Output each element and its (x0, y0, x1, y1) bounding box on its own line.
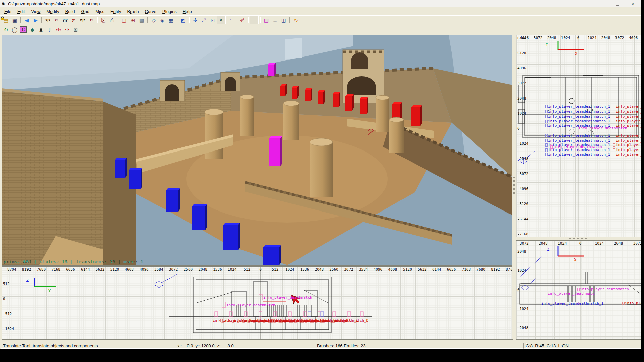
ruler-label: 2048 (315, 267, 324, 272)
ruler-label: 1024 (517, 111, 526, 115)
cube-textured-icon[interactable]: ▦ (167, 16, 175, 24)
flip-x-icon[interactable]: x|x (43, 16, 52, 24)
lock-icon[interactable] (250, 16, 259, 24)
circle-icon[interactable]: ◯ (10, 25, 19, 34)
menu-modify[interactable]: Modify (43, 8, 62, 15)
ruler-label: -1024 (555, 241, 567, 246)
status-tool-hint: Translate Tool: translate objects and co… (1, 343, 178, 349)
menu-curve[interactable]: Curve (142, 8, 159, 15)
menu-help[interactable]: Help (180, 8, 195, 15)
screen: ✹ C:/gunzmaps/data/maps/ak47_m4a1_dust.m… (0, 0, 644, 362)
trees-icon[interactable]: ♣ (28, 25, 37, 34)
ruler-label: 1024 (517, 268, 526, 273)
fill-region-icon[interactable]: ▩ (137, 16, 146, 24)
toolbar-separator (41, 17, 42, 23)
curve-icon[interactable]: C (20, 26, 27, 33)
ruler-label: 1024 (285, 267, 294, 272)
cube-wire-icon[interactable]: ◇ (149, 16, 158, 24)
vertical-splitter[interactable] (512, 35, 516, 339)
flip-y-icon[interactable]: y|y (61, 16, 69, 24)
console-list-icon[interactable]: ≣ (271, 16, 279, 24)
flame-icon[interactable]: ∿ (291, 16, 300, 24)
forward-icon[interactable]: ▶ (31, 16, 40, 24)
merge-inward-icon[interactable]: ▸|◂ (54, 25, 63, 34)
entity-marker (545, 148, 548, 152)
viewport-3d-perspective[interactable]: prims: 481 | states: 15 | transforms: 33… (2, 35, 513, 266)
window-title: C:/gunzmaps/data/maps/ak47_m4a1_dust.map (8, 1, 100, 6)
menu-misc[interactable]: Misc (92, 8, 107, 15)
viewport-2d-top[interactable]: Y X -4096-3072-2048-10240102420483072409… (516, 35, 641, 238)
translate-arrows-icon[interactable]: ✣ (191, 16, 200, 24)
menu-entity[interactable]: Entity (107, 8, 124, 15)
endpoints-icon[interactable]: ⁖ (226, 16, 234, 24)
entity-marker (241, 319, 244, 322)
entity-marker (545, 139, 548, 142)
camera-icon (520, 257, 542, 290)
rotate-x-icon[interactable]: x↷ (52, 16, 61, 24)
menu-build[interactable]: Build (62, 8, 78, 15)
menu-edit[interactable]: Edit (14, 8, 28, 15)
split-outward-icon[interactable]: ◂|▸ (63, 25, 71, 34)
ruler-label: -4608 (123, 267, 134, 272)
rotate-y-icon[interactable]: y↷ (69, 16, 78, 24)
entity-label: info_player_teamdeathmatch_1 (548, 119, 610, 123)
texture-view-icon[interactable]: ◩ (179, 16, 187, 24)
entity-label: info_player_deathmatch (226, 303, 275, 307)
app-icon: ✹ (0, 1, 7, 6)
export-down-icon[interactable]: ⇩ (45, 25, 54, 34)
menu-view[interactable]: View (28, 8, 43, 15)
viewport-2d-front[interactable]: Z X -3072-2048-1024010242048307220481024… (516, 240, 641, 340)
ruler-label: 2048 (614, 241, 623, 246)
entity-marker (545, 110, 548, 113)
entity-marker (613, 139, 615, 142)
scale-arrows-icon[interactable]: ⤢ (200, 16, 208, 24)
ruler-label: 0 (517, 126, 520, 131)
paste-region-icon[interactable]: ⊞ (128, 16, 137, 24)
ruler-label: -3584 (152, 267, 163, 272)
entity-label: info_player_1 (616, 114, 641, 119)
flip-z-icon[interactable]: z|z (78, 16, 87, 24)
ruler-label: -6144 (78, 267, 90, 272)
entity-picker-icon[interactable]: ✐ (238, 16, 247, 24)
minimize-button[interactable]: — (594, 0, 610, 7)
qe-toggle-button[interactable]: QE (217, 16, 226, 24)
clipboard-copy-icon[interactable]: ⎘ (99, 16, 108, 24)
entity-marker (622, 302, 625, 305)
menu-plugins[interactable]: Plugins (159, 8, 180, 15)
ruler-label: -2048 (196, 267, 207, 272)
close-button[interactable]: ✕ (625, 0, 641, 7)
select-region-icon[interactable]: ▢ (120, 16, 128, 24)
clipboard-paste-icon[interactable]: ⎙ (108, 16, 116, 24)
maximize-button[interactable]: ▢ (610, 0, 625, 7)
ruler-label: -5632 (93, 267, 104, 272)
entity-marker (545, 153, 548, 156)
entity-label: info_player_1 (616, 109, 641, 114)
ruler-label: 6144 (432, 267, 441, 272)
toolbar-separator (97, 17, 98, 23)
viewport-2d-side[interactable]: Z Y -8704-8192-7680-7168-6656-6144-5632-… (2, 266, 513, 340)
toolbar-separator (236, 17, 236, 23)
window-split-icon[interactable]: ◫ (279, 16, 288, 24)
rotate-z-icon[interactable]: z↷ (87, 16, 96, 24)
refresh-icon[interactable]: ↻ (2, 25, 10, 34)
save-icon[interactable]: ▣ (10, 16, 19, 24)
ruler-label: -3072 (517, 172, 528, 176)
entity-label: info_player_teamdeathmatch_1 (541, 301, 603, 306)
none-box-icon[interactable]: ⊠ (71, 25, 80, 34)
fit-window-icon[interactable]: ⊡ (208, 16, 217, 24)
menu-file[interactable]: File (1, 8, 14, 15)
horizontal-splitter[interactable] (516, 237, 641, 240)
ruler-label: -1024 (559, 36, 570, 40)
image-box-icon[interactable]: ▨ (262, 16, 271, 24)
menu-brush[interactable]: Brush (124, 8, 142, 15)
toolbar-separator (260, 17, 261, 23)
back-icon[interactable]: ◀ (22, 16, 31, 24)
train-icon[interactable]: ♜ (37, 25, 45, 34)
entity-marker (613, 153, 615, 156)
cube-solid-icon[interactable]: ◈ (158, 16, 167, 24)
menu-grid[interactable]: Grid (78, 8, 93, 15)
entity-marker (613, 110, 615, 113)
svg-text:X: X (575, 51, 578, 56)
ruler-label: 2048 (517, 96, 526, 100)
ruler-label: 0 (517, 288, 520, 292)
